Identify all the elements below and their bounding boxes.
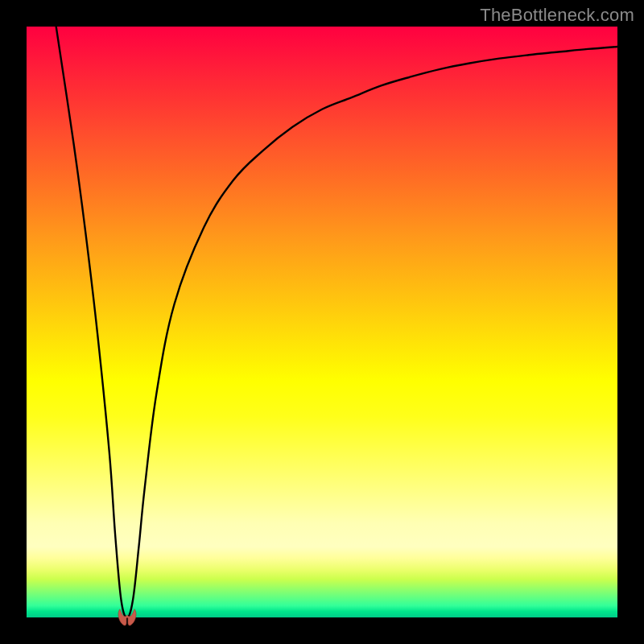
bottleneck-curve-path [56,27,617,617]
watermark-text: TheBottleneck.com [480,5,634,26]
curve-svg [27,27,617,617]
marker-icon [118,609,136,625]
plot-area [27,27,617,617]
chart-frame: TheBottleneck.com [0,0,644,644]
optimal-marker [115,606,139,627]
